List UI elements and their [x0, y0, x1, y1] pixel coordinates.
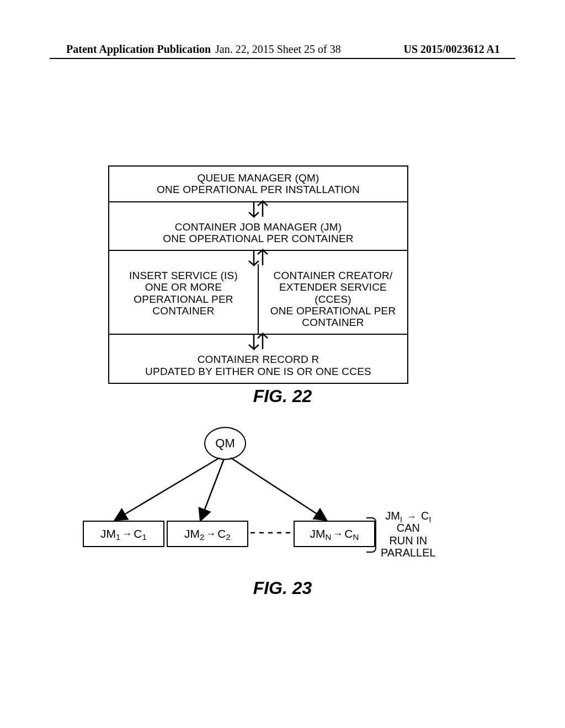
jm2-js: 2: [200, 532, 204, 542]
connector-split-rec: [109, 334, 407, 348]
fig23-diagram: QM JM1 → C1 JM2 → C2 JMN: [83, 427, 436, 565]
page-root: Patent Application Publication Jan. 22, …: [0, 0, 565, 728]
jm1-box: JM1 → C1: [83, 521, 164, 547]
hdr-sheet: Jan. 22, 2015 Sheet 25 of 38: [215, 43, 341, 56]
annot-l4: PARALLEL: [381, 547, 436, 559]
fig22-diagram: QUEUE MANAGER (QM) ONE OPERATIONAL PER I…: [108, 165, 408, 384]
jm2-c: C: [217, 527, 226, 540]
jmn-c: C: [344, 527, 353, 540]
jmn-js: N: [326, 532, 332, 542]
cces-l4: CONTAINER: [263, 317, 403, 328]
rec-l1: CONTAINER RECORD R: [113, 354, 404, 365]
cces-l3: ONE OPERATIONAL PER: [263, 305, 403, 317]
is-l3: OPERATIONAL PER: [114, 293, 253, 305]
bidir-arrow-icon: [242, 248, 275, 267]
fig23-caption: FIG. 23: [0, 578, 565, 598]
qm-title: QUEUE MANAGER (QM): [113, 172, 404, 184]
bidir-arrow-icon: [242, 332, 275, 351]
is-l4: CONTAINER: [114, 305, 253, 317]
connector-qm-jm: [109, 201, 407, 216]
connector-jm-split: [109, 250, 407, 264]
qm-label: QM: [215, 436, 234, 451]
jm2-j: JM: [184, 527, 200, 540]
jmn-box: JMN → CN: [294, 521, 375, 547]
annot-c: C: [421, 510, 429, 522]
fig22-caption: FIG. 22: [0, 386, 565, 406]
record-cell: CONTAINER RECORD R UPDATED BY EITHER ONE…: [109, 348, 407, 383]
annot-l1: JMI → CI: [381, 510, 436, 522]
jm2-box: JM2 → C2: [167, 521, 248, 547]
jm1-cs: 1: [142, 532, 147, 542]
annot-l3: RUN IN: [381, 534, 436, 547]
jm1-js: 1: [116, 532, 120, 542]
is-l1: INSERT SERVICE (IS): [114, 270, 253, 281]
annot-c-s: I: [429, 515, 431, 524]
jm1-c: C: [134, 527, 142, 540]
hdr-pub: Patent Application Publication: [66, 43, 211, 56]
qm-sub: ONE OPERATIONAL PER INSTALLATION: [113, 184, 404, 195]
jm-title: CONTAINER JOB MANAGER (JM): [113, 221, 404, 233]
is-l2: ONE OR MORE: [114, 281, 253, 293]
arrow-icon: →: [333, 528, 343, 540]
cces-l1: CONTAINER CREATOR/: [263, 270, 403, 281]
jmn-cs: N: [353, 532, 359, 542]
brace-icon: [366, 517, 376, 553]
annot-jm-s: I: [400, 515, 402, 524]
arrow-icon: →: [206, 528, 216, 540]
jm-sub: ONE OPERATIONAL PER CONTAINER: [113, 233, 404, 244]
qm-cell: QUEUE MANAGER (QM) ONE OPERATIONAL PER I…: [109, 167, 407, 201]
svg-line-2: [231, 458, 326, 520]
jmn-j: JM: [310, 527, 326, 540]
arrow-icon: →: [122, 528, 132, 540]
cces-l2: EXTENDER SERVICE (CCES): [263, 281, 403, 305]
rec-l2: UPDATED BY EITHER ONE IS OR ONE CCES: [113, 366, 404, 377]
jm-cell: CONTAINER JOB MANAGER (JM) ONE OPERATION…: [109, 216, 407, 250]
arrow-icon: →: [407, 511, 416, 522]
annot-l2: CAN: [381, 522, 436, 534]
svg-line-0: [116, 458, 220, 520]
hdr-docnum: US 2015/0023612 A1: [404, 43, 500, 56]
qm-node: QM: [204, 427, 246, 460]
annot-jm: JM: [385, 510, 400, 522]
is-cell: INSERT SERVICE (IS) ONE OR MORE OPERATIO…: [109, 264, 258, 334]
jm1-j: JM: [100, 527, 116, 540]
bidir-arrow-icon: [242, 200, 275, 218]
jm2-cs: 2: [226, 532, 231, 542]
svg-line-1: [201, 459, 224, 520]
cces-cell: CONTAINER CREATOR/ EXTENDER SERVICE (CCE…: [258, 264, 407, 334]
services-row: INSERT SERVICE (IS) ONE OR MORE OPERATIO…: [109, 264, 407, 334]
parallel-annotation: JMI → CI CAN RUN IN PARALLEL: [381, 510, 436, 559]
header-rule: [50, 58, 515, 59]
